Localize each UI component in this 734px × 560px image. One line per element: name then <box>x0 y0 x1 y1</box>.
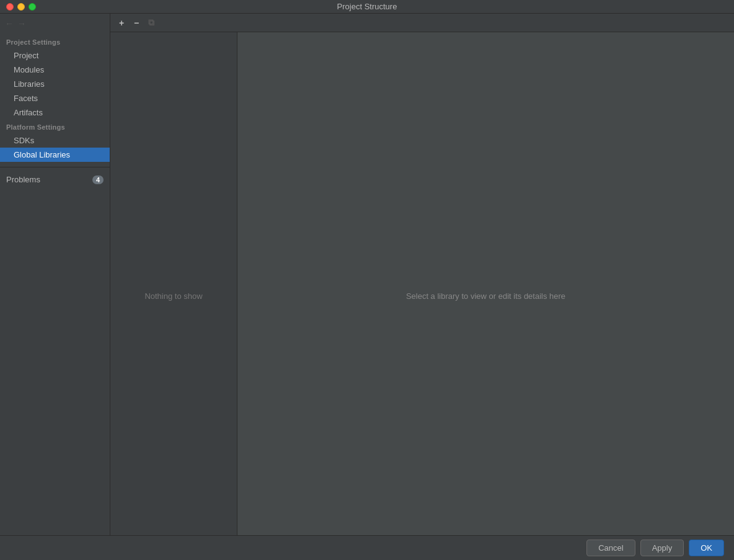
copy-button[interactable]: ⧉ <box>145 17 157 29</box>
remove-button[interactable]: − <box>130 17 143 29</box>
library-list-pane: Nothing to show <box>110 32 237 560</box>
platform-settings-header: Platform Settings <box>0 120 110 133</box>
bottom-bar: Cancel Apply OK <box>0 535 734 560</box>
sidebar-item-facets[interactable]: Facets <box>0 91 110 105</box>
toolbar: + − ⧉ <box>110 14 734 32</box>
content-area: + − ⧉ Nothing to show Select a library t… <box>110 14 734 560</box>
close-button[interactable] <box>6 3 14 11</box>
back-button[interactable]: ← <box>5 19 14 29</box>
library-detail-pane: Select a library to view or edit its det… <box>237 32 734 560</box>
sidebar-item-problems[interactable]: Problems 4 <box>0 172 110 187</box>
main-layout: ← → Project Settings Project Modules Lib… <box>0 14 734 560</box>
window-controls <box>6 3 36 11</box>
title-bar: Project Structure <box>0 0 734 14</box>
select-library-placeholder: Select a library to view or edit its det… <box>406 291 565 301</box>
sidebar-item-project[interactable]: Project <box>0 48 110 63</box>
split-pane: Nothing to show Select a library to view… <box>110 32 734 560</box>
sidebar-item-global-libraries[interactable]: Global Libraries <box>0 148 110 162</box>
apply-button[interactable]: Apply <box>640 540 684 556</box>
window-title: Project Structure <box>337 2 397 11</box>
sidebar: ← → Project Settings Project Modules Lib… <box>0 14 110 560</box>
ok-button[interactable]: OK <box>689 540 724 556</box>
problems-label: Problems <box>6 175 92 184</box>
add-button[interactable]: + <box>115 17 128 29</box>
nav-separator <box>0 167 110 167</box>
sidebar-item-artifacts[interactable]: Artifacts <box>0 105 110 120</box>
cancel-button[interactable]: Cancel <box>586 540 635 556</box>
minimize-button[interactable] <box>17 3 25 11</box>
nothing-to-show-label: Nothing to show <box>144 291 202 301</box>
sidebar-item-libraries[interactable]: Libraries <box>0 77 110 91</box>
project-settings-header: Project Settings <box>0 35 110 48</box>
sidebar-item-modules[interactable]: Modules <box>0 63 110 77</box>
maximize-button[interactable] <box>29 3 36 11</box>
sidebar-item-sdks[interactable]: SDKs <box>0 133 110 148</box>
forward-button[interactable]: → <box>17 19 26 29</box>
problems-badge: 4 <box>92 176 104 184</box>
